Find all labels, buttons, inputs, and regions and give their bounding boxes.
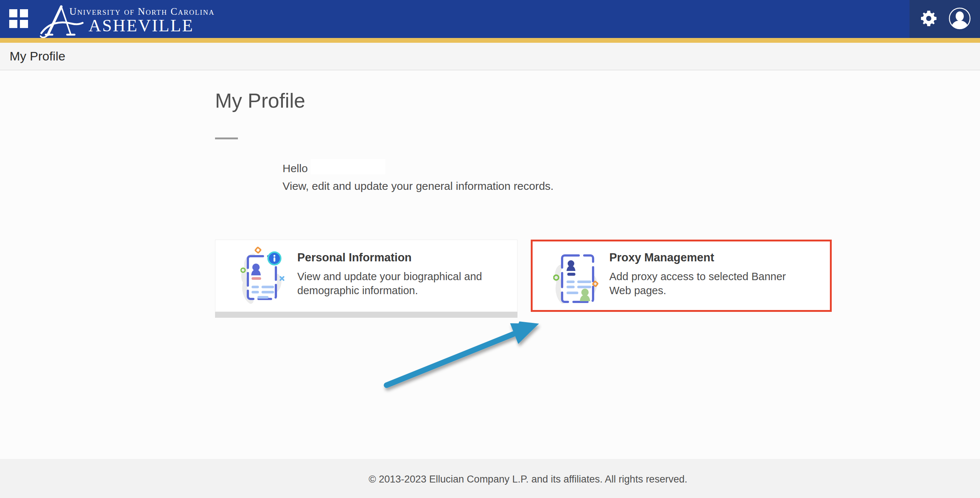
proxy-document-icon <box>553 247 601 306</box>
breadcrumb: My Profile <box>0 43 980 70</box>
heading-divider <box>215 138 238 140</box>
page-title: My Profile <box>215 90 305 112</box>
copyright-text: © 2013-2023 Ellucian Company L.P. and it… <box>0 474 980 485</box>
logo-university-text: University of North Carolina <box>69 6 215 17</box>
apps-grid-icon <box>9 9 18 17</box>
top-navbar: University of North Carolina ASHEVILLE <box>0 0 980 38</box>
card-description: Add proxy access to selected Banner Web … <box>609 270 808 298</box>
apps-menu-button[interactable] <box>9 9 29 29</box>
logo-asheville-text: ASHEVILLE <box>89 17 215 33</box>
id-document-icon <box>240 246 285 305</box>
gear-icon <box>918 8 939 29</box>
card-description: View and update your biographical and de… <box>297 270 485 298</box>
card-bottom-strip <box>215 312 517 318</box>
hello-label: Hello <box>283 162 308 175</box>
greeting-block: Hello View, edit and update your general… <box>283 162 554 193</box>
navbar-right-panel <box>910 0 980 38</box>
profile-button[interactable] <box>948 6 972 31</box>
breadcrumb-page-title: My Profile <box>10 49 65 63</box>
gold-accent-bar <box>0 38 980 43</box>
page-footer: © 2013-2023 Ellucian Company L.P. and it… <box>0 459 980 498</box>
personal-information-card[interactable]: Personal Information View and update you… <box>215 239 517 312</box>
card-title: Personal Information <box>297 251 412 264</box>
greeting-description: View, edit and update your general infor… <box>283 179 554 193</box>
user-avatar-icon <box>948 6 972 30</box>
main-content: My Profile Hello View, edit and update y… <box>0 71 980 459</box>
card-bottom-strip <box>532 310 830 315</box>
proxy-management-card[interactable]: Proxy Management Add proxy access to sel… <box>531 239 832 312</box>
redacted-name-box <box>310 159 385 174</box>
settings-button[interactable] <box>918 8 939 30</box>
card-title: Proxy Management <box>609 251 714 264</box>
